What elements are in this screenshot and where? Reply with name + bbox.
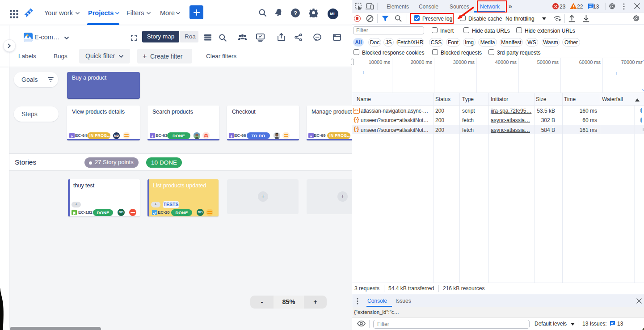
svg-text:?: ?	[294, 10, 297, 17]
